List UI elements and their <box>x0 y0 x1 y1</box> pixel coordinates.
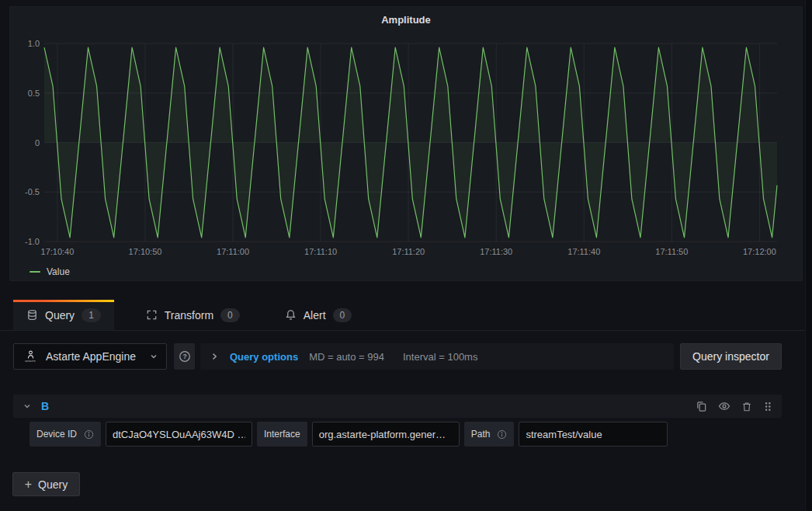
editor-tabs-bar: Query 1 Transform 0 Alert 0 <box>0 300 812 331</box>
query-inspector-button[interactable]: Query inspector <box>680 343 782 370</box>
svg-text:17:11:50: 17:11:50 <box>655 247 688 256</box>
interface-label: Interface <box>257 422 307 447</box>
svg-text:0: 0 <box>35 138 40 148</box>
query-options-label: Query options <box>230 351 298 363</box>
path-label: Path <box>464 422 515 447</box>
legend-series-dash <box>29 271 40 273</box>
chevron-down-icon <box>149 352 158 361</box>
question-circle-icon: ? <box>179 350 191 363</box>
tab-query[interactable]: Query 1 <box>13 300 114 330</box>
tab-query-count: 1 <box>82 308 101 322</box>
drag-handle-icon[interactable] <box>763 401 772 412</box>
tab-alert-count: 0 <box>333 308 352 322</box>
database-icon <box>26 309 38 321</box>
add-query-label: Query <box>38 478 68 491</box>
astarte-logo-word: astarte <box>25 359 36 363</box>
legend-item-value[interactable]: Value <box>29 266 70 278</box>
svg-text:-1.0: -1.0 <box>25 237 40 246</box>
path-input[interactable] <box>519 422 668 447</box>
device-id-input[interactable] <box>106 422 252 447</box>
astarte-logo: astarte <box>22 350 39 363</box>
plus-icon: + <box>25 478 32 491</box>
duplicate-query-button[interactable] <box>696 401 707 412</box>
datasource-help-button[interactable]: ? <box>174 343 195 370</box>
info-icon[interactable] <box>84 429 94 440</box>
query-inspector-label: Query inspector <box>692 350 769 363</box>
timeseries-panel: Amplitude 1.00.50-0.5-1.017:10:4017:10:5… <box>9 6 803 281</box>
svg-text:17:12:00: 17:12:00 <box>743 247 776 256</box>
tab-query-label: Query <box>45 309 75 322</box>
interface-input[interactable] <box>312 422 460 447</box>
svg-text:17:10:40: 17:10:40 <box>41 247 75 256</box>
angle-right-icon <box>210 352 219 361</box>
query-editor-fields: Device ID Interface Path <box>29 422 668 447</box>
svg-text:17:11:20: 17:11:20 <box>392 247 425 256</box>
tab-alert-label: Alert <box>304 309 326 322</box>
transform-icon <box>146 309 158 321</box>
query-ref-id: B <box>41 400 49 412</box>
legend-series-label: Value <box>47 266 70 277</box>
trash-icon[interactable] <box>741 401 752 412</box>
svg-text:17:11:30: 17:11:30 <box>480 247 512 256</box>
interval-stat: Interval = 100ms <box>403 351 477 363</box>
svg-text:-0.5: -0.5 <box>25 187 40 196</box>
tab-transform-count: 0 <box>220 308 240 322</box>
tab-transform[interactable]: Transform 0 <box>133 300 253 330</box>
datasource-picker[interactable]: astarte Astarte AppEngine <box>13 343 167 370</box>
vertical-scrollbar[interactable] <box>805 0 812 511</box>
svg-text:17:11:40: 17:11:40 <box>567 247 600 256</box>
svg-text:17:10:50: 17:10:50 <box>129 247 162 256</box>
svg-text:17:11:00: 17:11:00 <box>217 247 249 256</box>
bell-icon <box>285 309 297 321</box>
device-id-label: Device ID <box>29 422 101 447</box>
max-data-points-stat: MD = auto = 994 <box>309 351 384 363</box>
svg-text:?: ? <box>182 353 186 360</box>
query-row-actions <box>696 400 772 412</box>
svg-text:17:11:10: 17:11:10 <box>304 247 337 256</box>
chevron-down-icon <box>23 402 32 411</box>
tab-transform-label: Transform <box>165 309 213 322</box>
tab-alert[interactable]: Alert 0 <box>272 300 365 330</box>
svg-text:0.5: 0.5 <box>28 89 40 98</box>
datasource-name: Astarte AppEngine <box>46 350 142 363</box>
query-options-bar[interactable]: Query options MD = auto = 994 Interval =… <box>200 343 674 370</box>
query-row-header[interactable]: B <box>13 395 782 418</box>
info-icon[interactable] <box>497 429 507 440</box>
svg-text:1.0: 1.0 <box>28 39 40 48</box>
eye-icon[interactable] <box>718 400 730 412</box>
add-query-button[interactable]: + Query <box>12 472 80 496</box>
timeseries-chart: 1.00.50-0.5-1.017:10:4017:10:5017:11:001… <box>10 7 803 282</box>
